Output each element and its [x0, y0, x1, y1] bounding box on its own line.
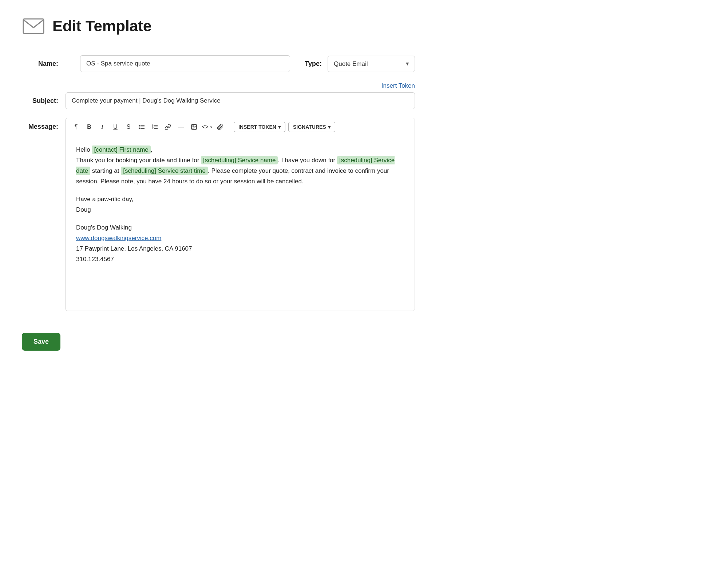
insert-token-row: Insert Token [22, 82, 415, 89]
editor-content[interactable]: Hello [contact] First name, Thank you fo… [66, 136, 415, 311]
type-select-wrapper: Quote Email Invoice Email Reminder Email… [328, 56, 415, 72]
svg-point-5 [139, 128, 140, 129]
greeting-paragraph: Hello [contact] First name, [76, 145, 404, 155]
italic-btn[interactable]: I [96, 121, 108, 133]
code-btn[interactable]: <> > [201, 121, 213, 133]
svg-point-1 [139, 125, 140, 126]
strikethrough-btn[interactable]: S [123, 121, 134, 133]
blank-line-1 [76, 187, 404, 194]
address-paragraph: 17 Pawprint Lane, Los Angeles, CA 91607 [76, 244, 404, 254]
bold-btn[interactable]: B [83, 121, 95, 133]
editor-toolbar: ¶ B I U S 1.2.3. — <> > [66, 118, 415, 136]
type-label: Type: [305, 60, 322, 68]
signatures-btn[interactable]: SIGNATURES ▾ [288, 122, 335, 132]
name-input[interactable] [80, 55, 290, 72]
page-title: Edit Template [52, 17, 151, 35]
blank-line-2 [76, 215, 404, 223]
signatures-label: SIGNATURES [293, 124, 326, 130]
token-contact-firstname: [contact] First name [92, 146, 150, 154]
token-service-name: [scheduling] Service name [201, 156, 278, 164]
website-link[interactable]: www.dougswalkingservice.com [76, 235, 161, 242]
name-field-wrapper [80, 55, 290, 72]
svg-text:3.: 3. [152, 127, 154, 129]
insert-token-toolbar-btn[interactable]: INSERT TOKEN ▾ [234, 122, 285, 132]
signoff-text: Have a paw-rific day, [76, 196, 133, 203]
sign-name-paragraph: Doug [76, 205, 404, 215]
unordered-list-btn[interactable] [136, 121, 147, 133]
sign-name-text: Doug [76, 206, 91, 213]
subject-row: Subject: [22, 92, 415, 109]
horizontal-rule-btn[interactable]: — [175, 121, 187, 133]
body-text-1: Thank you for booking your date and time… [76, 157, 201, 164]
ordered-list-btn[interactable]: 1.2.3. [149, 121, 161, 133]
insert-token-link[interactable]: Insert Token [381, 82, 415, 89]
name-label: Name: [22, 60, 66, 68]
phone-paragraph: 310.123.4567 [76, 254, 404, 265]
editor-wrapper: ¶ B I U S 1.2.3. — <> > [66, 118, 415, 311]
svg-point-14 [193, 125, 193, 126]
svg-point-3 [139, 127, 140, 128]
address-text: 17 Pawprint Lane, Los Angeles, CA 91607 [76, 245, 192, 252]
paragraph-btn[interactable]: ¶ [70, 121, 82, 133]
paperclip-btn[interactable] [214, 121, 226, 133]
subject-label: Subject: [22, 97, 66, 105]
underline-btn[interactable]: U [110, 121, 121, 133]
body-text-2: . I have you down for [278, 157, 337, 164]
greeting-text: Hello [76, 146, 92, 153]
body-paragraph: Thank you for booking your date and time… [76, 155, 404, 187]
toolbar-divider [229, 123, 229, 131]
save-button[interactable]: Save [22, 333, 60, 351]
business-name-text: Doug's Dog Walking [76, 224, 132, 231]
phone-text: 310.123.4567 [76, 256, 114, 263]
name-type-row: Name: Type: Quote Email Invoice Email Re… [22, 55, 415, 72]
signoff-paragraph: Have a paw-rific day, [76, 194, 404, 205]
message-label: Message: [22, 118, 66, 131]
page-header: Edit Template [22, 15, 415, 38]
svg-rect-0 [23, 19, 44, 33]
message-row: Message: ¶ B I U S 1.2.3. — [22, 118, 415, 311]
signatures-arrow: ▾ [328, 124, 331, 130]
email-icon [22, 15, 45, 38]
image-btn[interactable] [188, 121, 200, 133]
insert-token-toolbar-label: INSERT TOKEN [238, 124, 276, 130]
greeting-end: , [151, 146, 153, 153]
body-text-3: starting at [90, 167, 121, 174]
business-name-paragraph: Doug's Dog Walking [76, 223, 404, 233]
edit-template-form: Name: Type: Quote Email Invoice Email Re… [22, 55, 415, 351]
token-service-start-time: [scheduling] Service start time [121, 167, 208, 175]
insert-token-toolbar-arrow: ▾ [278, 124, 281, 130]
link-btn[interactable] [162, 121, 174, 133]
website-paragraph: www.dougswalkingservice.com [76, 233, 404, 244]
subject-input[interactable] [66, 92, 415, 109]
type-select[interactable]: Quote Email Invoice Email Reminder Email [328, 56, 415, 72]
type-group: Type: Quote Email Invoice Email Reminder… [305, 56, 415, 72]
